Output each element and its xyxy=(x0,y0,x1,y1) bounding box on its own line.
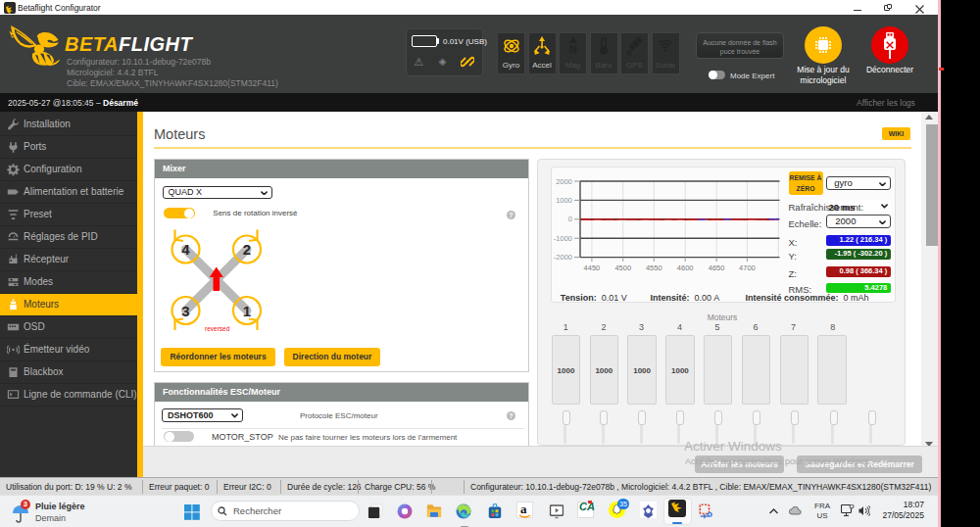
svg-text:4450: 4450 xyxy=(583,264,600,272)
svg-text:4: 4 xyxy=(181,241,190,258)
svg-text:-2000: -2000 xyxy=(553,253,571,262)
svg-text:1000: 1000 xyxy=(556,196,572,205)
svg-text:4600: 4600 xyxy=(676,264,693,272)
svg-text:4500: 4500 xyxy=(614,264,631,272)
svg-text:2000: 2000 xyxy=(556,177,572,186)
svg-text:4550: 4550 xyxy=(645,264,662,272)
svg-text:0: 0 xyxy=(567,215,571,223)
svg-text:4650: 4650 xyxy=(708,264,724,272)
svg-text:4700: 4700 xyxy=(739,264,756,272)
svg-text:3: 3 xyxy=(181,303,189,319)
svg-text:2: 2 xyxy=(243,241,251,258)
svg-text:N: N xyxy=(569,43,577,55)
svg-text:-1000: -1000 xyxy=(553,234,571,243)
svg-text:1: 1 xyxy=(243,303,251,319)
